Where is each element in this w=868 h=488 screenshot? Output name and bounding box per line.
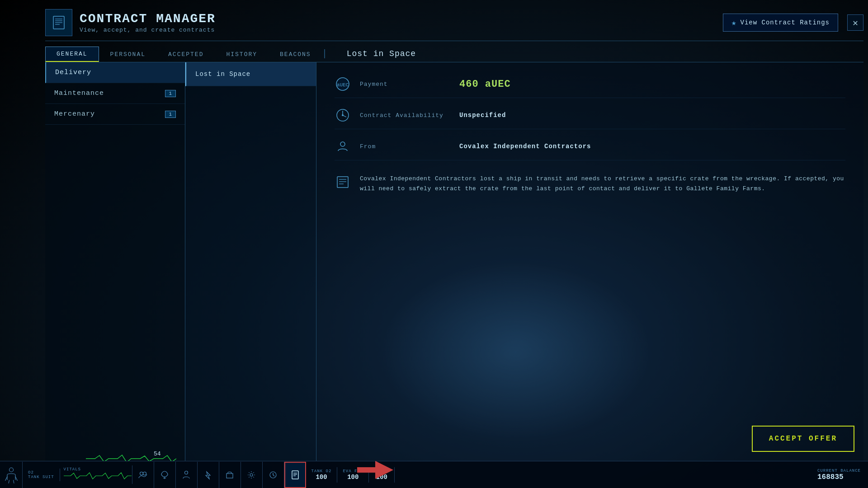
svg-marker-35: [357, 461, 393, 479]
hud-btn-power[interactable]: [198, 462, 219, 488]
header-left: Contract Manager View, accept, and creat…: [45, 9, 216, 36]
payment-icon: aUEC: [335, 76, 351, 92]
hud-btn-cargo[interactable]: [219, 462, 241, 488]
detail-description-row: Covalex Independent Contractors lost a s…: [335, 169, 845, 194]
svg-line-20: [13, 480, 14, 483]
sidebar: Delivery Maintenance 1 Mercenary 1: [45, 62, 185, 461]
svg-point-25: [185, 471, 188, 474]
mercenary-badge: 1: [165, 111, 176, 118]
tabs-row: GENERAL PERSONAL ACCEPTED HISTORY BEACON…: [45, 41, 863, 62]
tab-history[interactable]: HISTORY: [215, 47, 269, 62]
tab-personal[interactable]: PERSONAL: [99, 47, 157, 62]
hud-ecg-area: VITALS: [60, 465, 132, 484]
description-text: Covalex Independent Contractors lost a s…: [360, 174, 845, 194]
breadcrumb: Lost in Space: [336, 46, 427, 62]
svg-line-17: [5, 476, 7, 480]
tab-beacons[interactable]: BEACONS: [269, 47, 322, 62]
hud-btn-person[interactable]: [176, 462, 198, 488]
from-value: Covalex Independent Contractors: [459, 143, 591, 150]
tank-label: TANK SUIT: [28, 475, 54, 479]
tab-divider: [324, 49, 325, 58]
hud-btn-rocket[interactable]: [154, 462, 176, 488]
svg-rect-26: [226, 474, 233, 478]
content-area: Delivery Maintenance 1 Mercenary 1 Lost …: [45, 62, 863, 461]
svg-text:aUEC: aUEC: [337, 82, 349, 88]
availability-value: Unspecified: [459, 112, 506, 119]
view-contract-ratings-button[interactable]: ★ View Contract Ratings: [723, 14, 838, 32]
tab-accepted[interactable]: ACCEPTED: [157, 47, 215, 62]
tab-general[interactable]: GENERAL: [45, 47, 99, 62]
svg-rect-31: [292, 471, 298, 479]
bottom-hud: O2 TANK SUIT VITALS: [0, 461, 868, 488]
detail-row-from: From Covalex Independent Contractors: [335, 138, 845, 160]
availability-icon: [335, 107, 351, 123]
svg-line-30: [273, 475, 274, 476]
payment-value: 460 aUEC: [459, 79, 511, 90]
svg-point-11: [340, 142, 345, 146]
payment-label: Payment: [360, 81, 450, 88]
hud-icons-row: [132, 462, 306, 488]
app-title: Contract Manager: [80, 12, 216, 26]
tank-o2-label: TANK O2: [311, 469, 332, 474]
hud-btn-energy[interactable]: [263, 462, 284, 488]
balance-value: 168835: [817, 473, 861, 481]
from-label: From: [360, 143, 450, 150]
ratings-btn-label: View Contract Ratings: [741, 19, 830, 26]
svg-point-16: [9, 468, 13, 472]
hud-btn-team[interactable]: [132, 462, 154, 488]
sidebar-item-maintenance[interactable]: Maintenance 1: [45, 83, 185, 104]
description-icon: [335, 174, 351, 190]
svg-point-21: [140, 472, 143, 475]
maintenance-badge: 1: [165, 90, 176, 97]
tank-o2-value: 100: [316, 474, 327, 481]
svg-rect-12: [337, 177, 348, 188]
o2-label: O2: [28, 470, 54, 475]
vitals-label: VITALS: [64, 467, 128, 472]
detail-panel: aUEC Payment 460 aUEC Contract Availabil…: [316, 62, 863, 461]
svg-line-10: [343, 115, 346, 117]
contract-list: Lost in Space: [185, 62, 316, 461]
hud-ecg-svg: [64, 472, 132, 480]
detail-row-payment: aUEC Payment 460 aUEC: [335, 76, 845, 98]
arrow-indicator: [357, 461, 393, 483]
svg-line-19: [9, 480, 9, 483]
player-avatar: [0, 462, 23, 488]
svg-point-22: [143, 472, 146, 475]
svg-line-18: [15, 476, 18, 480]
app-subtitle: View, accept, and create contracts: [80, 27, 216, 33]
hud-btn-contracts[interactable]: [284, 462, 306, 488]
contract-icon-svg: [51, 14, 67, 31]
hud-balance: CURRENT BALANCE 168835: [810, 467, 868, 483]
hud-btn-settings[interactable]: [241, 462, 263, 488]
header-text: Contract Manager View, accept, and creat…: [80, 12, 216, 33]
contract-manager-icon: [45, 9, 72, 36]
sidebar-item-mercenary[interactable]: Mercenary 1: [45, 104, 185, 125]
hud-stat-tank-o2: TANK O2 100: [306, 467, 338, 483]
accept-offer-button[interactable]: ACCEPT OFFER: [752, 426, 854, 452]
hud-vitals: O2 TANK SUIT: [23, 469, 60, 481]
header: Contract Manager View, accept, and creat…: [45, 5, 863, 41]
from-icon: [335, 138, 351, 155]
svg-point-27: [250, 474, 253, 476]
ui-panel: Contract Manager View, accept, and creat…: [45, 5, 863, 461]
balance-label: CURRENT BALANCE: [817, 469, 861, 473]
availability-label: Contract Availability: [360, 112, 450, 119]
sidebar-item-delivery[interactable]: Delivery: [45, 62, 185, 83]
list-item-lost-in-space[interactable]: Lost in Space: [185, 62, 316, 86]
close-button[interactable]: ✕: [847, 14, 863, 31]
star-icon: ★: [731, 18, 737, 28]
detail-row-availability: Contract Availability Unspecified: [335, 107, 845, 129]
